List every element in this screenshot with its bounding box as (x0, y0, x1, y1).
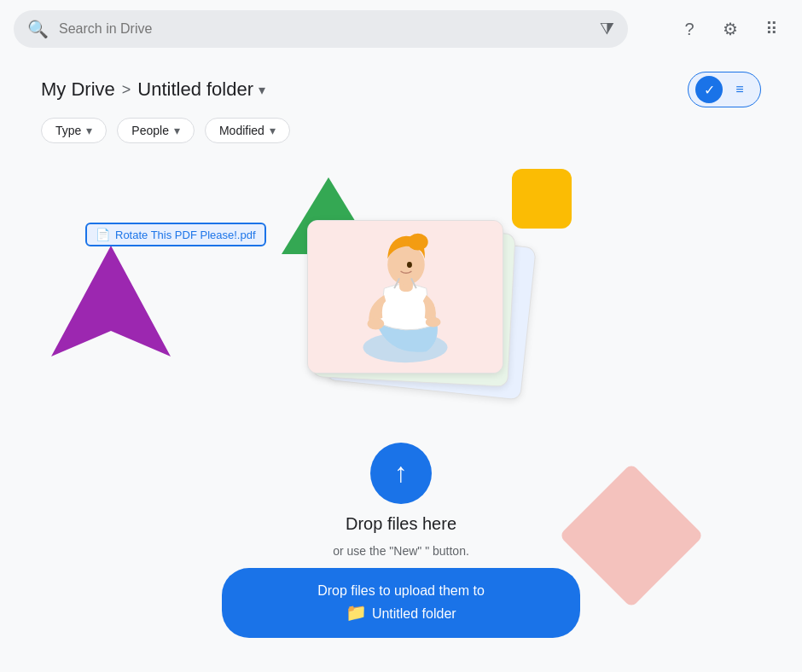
type-filter-button[interactable]: Type ▾ (41, 118, 107, 143)
apps-grid-icon: ⠿ (765, 19, 778, 39)
modified-filter-chevron: ▾ (270, 124, 276, 137)
search-input[interactable] (59, 21, 590, 37)
breadcrumb-separator: > (122, 81, 131, 99)
help-button[interactable]: ? (672, 12, 706, 46)
drop-files-title: Drop files here (346, 514, 456, 534)
modified-filter-button[interactable]: Modified ▾ (205, 118, 290, 143)
people-filter-button[interactable]: People ▾ (117, 118, 195, 143)
settings-icon: ⚙ (723, 19, 738, 39)
people-filter-label: People (131, 124, 169, 137)
view-toggle: ✓ ≡ (688, 72, 761, 107)
top-bar: 🔍 ⧩ ? ⚙ ⠿ (0, 0, 802, 58)
breadcrumb-folder[interactable]: Untitled folder ▾ (137, 78, 265, 101)
type-filter-label: Type (55, 124, 81, 137)
pdf-file-name: Rotate This PDF Please!.pdf (115, 229, 256, 241)
type-filter-chevron: ▾ (86, 124, 92, 137)
search-bar[interactable]: 🔍 ⧩ (14, 10, 628, 48)
drop-files-subtitle: or use the "New" " button. (333, 544, 469, 558)
drop-zone[interactable]: ↑ Drop files here or use the "New" " but… (0, 443, 802, 655)
list-icon: ≡ (735, 82, 743, 97)
image-card-front (307, 220, 503, 374)
settings-button[interactable]: ⚙ (713, 12, 747, 46)
people-filter-chevron: ▾ (174, 124, 180, 137)
drop-upload-banner: Drop files to upload them to 📁 Untitled … (222, 568, 580, 638)
grid-view-button[interactable]: ✓ (695, 76, 723, 103)
breadcrumb: My Drive > Untitled folder ▾ (41, 78, 265, 101)
purple-arrow-decoration (51, 246, 171, 385)
folder-icon: 📁 (346, 603, 372, 622)
svg-point-8 (407, 262, 412, 268)
top-bar-actions: ? ⚙ ⠿ (672, 12, 788, 46)
help-icon: ? (684, 20, 694, 39)
breadcrumb-my-drive[interactable]: My Drive (41, 78, 115, 101)
svg-point-3 (368, 318, 385, 330)
apps-button[interactable]: ⠿ (754, 12, 788, 46)
drop-banner-text: Drop files to upload them to 📁 Untitled … (317, 582, 485, 624)
modified-filter-label: Modified (219, 124, 264, 137)
svg-marker-0 (51, 246, 171, 356)
checkmark-icon: ✓ (704, 82, 715, 98)
filter-sliders-icon[interactable]: ⧩ (600, 20, 614, 39)
upload-cloud-icon: ↑ (370, 443, 432, 504)
folder-dropdown-chevron: ▾ (259, 82, 265, 98)
svg-point-4 (426, 317, 441, 327)
svg-point-7 (408, 234, 428, 251)
breadcrumb-area: My Drive > Untitled folder ▾ ✓ ≡ (0, 58, 802, 118)
filter-bar: Type ▾ People ▾ Modified ▾ (0, 118, 802, 160)
search-icon: 🔍 (27, 19, 49, 39)
pdf-file-chip[interactable]: 📄 Rotate This PDF Please!.pdf (85, 223, 266, 246)
pdf-file-icon: 📄 (96, 228, 110, 241)
main-content: 📄 Rotate This PDF Please!.pdf (0, 160, 802, 655)
list-view-button[interactable]: ≡ (726, 76, 753, 103)
image-stack (299, 211, 538, 433)
